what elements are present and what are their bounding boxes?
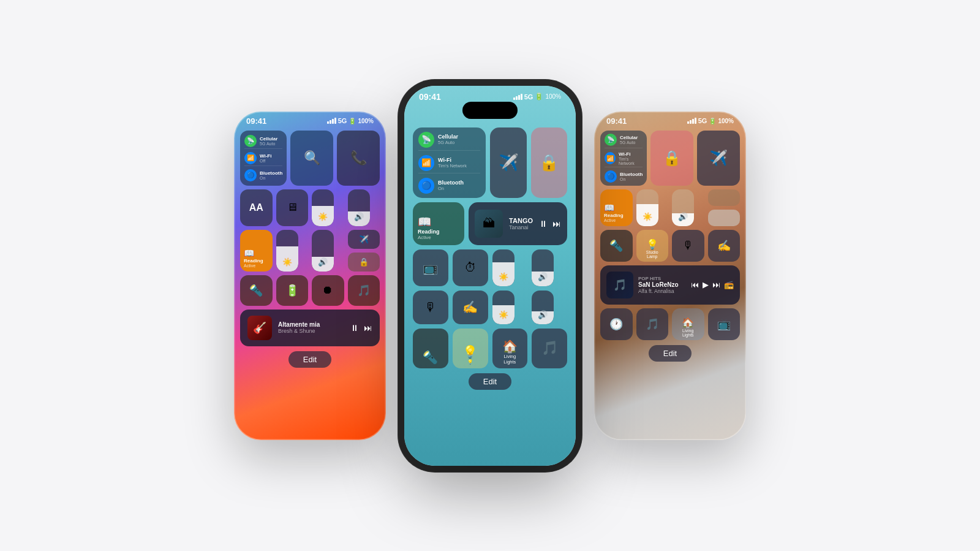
cellular-row-left[interactable]: 📡 Cellular 5G Auto: [244, 134, 282, 149]
screen-mirror-icon: 🖥: [287, 201, 298, 214]
lock-icon-right: 🔒: [663, 150, 681, 167]
voicemail-tile-left[interactable]: 📞: [337, 131, 380, 186]
center-bottom-row: 🎙 ✍️ ☀️ 🔊: [413, 291, 567, 324]
reading-tile-center[interactable]: 📖 Reading Active: [413, 202, 464, 245]
flashlight-center[interactable]: 🔦: [413, 329, 448, 368]
reading-icon-left: 📖: [244, 248, 269, 258]
edit-btn-center[interactable]: Edit: [469, 373, 511, 390]
play-pause-center[interactable]: ⏸: [539, 219, 548, 229]
wifi-icon-center: 📶: [418, 155, 434, 171]
brightness-slider-center[interactable]: ☀️: [492, 249, 514, 286]
shazam-center[interactable]: 🎵: [532, 329, 567, 368]
bt-row-center[interactable]: 🔵 Bluetooth On: [418, 176, 480, 194]
music-player-center[interactable]: 🏔 TANGO Tananai ⏸ ⏭: [469, 202, 567, 245]
recents-tile-right[interactable]: 🕐: [600, 308, 633, 340]
music-art-right: 🎵: [606, 272, 633, 298]
cellular-row-right[interactable]: 📡 Cellular 5G Auto: [605, 134, 643, 148]
edit-btn-right[interactable]: Edit: [649, 345, 692, 362]
flashlight-icon-right: 🔦: [609, 239, 623, 253]
recents-icon-right: 🕐: [609, 317, 623, 331]
signature-right[interactable]: ✍️: [708, 230, 741, 262]
next-track-right[interactable]: ⏭: [712, 280, 720, 289]
airplay-right[interactable]: 📻: [724, 280, 734, 289]
music-player-right[interactable]: 🎵 POP HITS SaN LoReNzo Alfa ft. Annalisa…: [600, 265, 740, 305]
flashlight-tile-right[interactable]: 🔦: [600, 230, 633, 262]
voicemail-icon-left: 📞: [350, 150, 367, 166]
volume-slider-left[interactable]: 🔊: [348, 189, 370, 226]
play-pause-right[interactable]: ▶: [703, 280, 709, 289]
bt-name-left: Bluetooth: [260, 170, 282, 176]
reading-icon-right: 📖: [604, 203, 629, 213]
wifi-row-left[interactable]: 📶 Wi-Fi Off: [244, 151, 282, 166]
volume-large-icon: 🔊: [538, 310, 548, 324]
living-lights-center[interactable]: 🏠 LivingLights: [492, 329, 528, 368]
shazam-tile-right[interactable]: 🎵: [636, 308, 669, 340]
timer-tile-center[interactable]: ⏱: [453, 249, 488, 286]
brightness-large-center[interactable]: ☀️: [492, 291, 514, 324]
r-bar2: [690, 120, 692, 124]
third-row-left: 📖 Reading Active ☀️ 🔊 ✈️: [240, 230, 380, 272]
wifi-text-left: Wi-Fi Off: [260, 153, 271, 163]
cellular-icon-right: 📡: [605, 134, 617, 146]
brightness-icon-right: ☀️: [643, 212, 652, 226]
record-tile-left[interactable]: ⏺: [312, 275, 344, 306]
airplane-tile-left[interactable]: ✈️: [348, 230, 380, 249]
airplane-icon-right: ✈️: [709, 150, 728, 167]
wifi-row-center[interactable]: 📶 Wi-Fi Tim's Network: [418, 153, 480, 173]
brightness-slider-right[interactable]: ☀️: [636, 189, 658, 226]
screen-mirror-tile[interactable]: 🖥: [276, 189, 309, 226]
lock-tile-center[interactable]: 🔒: [531, 127, 568, 198]
fourth-row-left: 🔦 🔋 ⏺ 🎵: [240, 275, 380, 306]
time-left: 09:41: [246, 116, 266, 126]
battery-pct-center: 100%: [545, 93, 561, 100]
lock-tile-right[interactable]: 🔒: [650, 131, 693, 186]
volume-large-center[interactable]: 🔊: [532, 291, 554, 324]
music-art-icon-center: 🏔: [483, 216, 495, 230]
airplane-tile-center[interactable]: ✈️: [490, 127, 527, 198]
reading-tile-left[interactable]: 📖 Reading Active: [240, 230, 273, 272]
brightness-icon-left: ☀️: [318, 212, 328, 226]
search-tile-left[interactable]: 🔍: [290, 131, 333, 186]
wifi-row-right[interactable]: 📶 Wi-Fi Tim's Network: [605, 150, 643, 167]
brightness-slider-left[interactable]: ☀️: [312, 189, 334, 226]
lock-tile-left[interactable]: 🔒: [348, 253, 380, 272]
top-row-left: 📡 Cellular 5G Auto 📶 Wi-Fi Off: [240, 131, 380, 186]
reading-tile-right[interactable]: 📖 Reading Active: [600, 189, 633, 226]
cc-left: 📡 Cellular 5G Auto 📶 Wi-Fi Off: [234, 128, 386, 373]
studio-lamp-right[interactable]: 💡 StudioLamp: [636, 230, 669, 262]
cellular-row-center[interactable]: 📡 Cellular 5G Auto: [418, 132, 480, 151]
screen-mirror-center[interactable]: 📺: [413, 249, 448, 286]
bar2: [330, 120, 331, 124]
conn-block-right: 📡 Cellular 5G Auto 📶 Wi-Fi Tim's Network: [600, 131, 647, 186]
living-lights-right[interactable]: 🏠 LivingLights: [672, 308, 704, 340]
shazam-tile-left[interactable]: 🎵: [348, 275, 380, 306]
volume-slider2-left[interactable]: 🔊: [312, 230, 334, 272]
center-last-row: 🔦 💡 💡 🏠 LivingLights 🎵: [413, 329, 567, 368]
next-track-left[interactable]: ⏭: [364, 323, 372, 333]
sound-rec-tile-center[interactable]: 🎙: [413, 291, 448, 324]
battery2-icon-left: 🔋: [285, 284, 299, 297]
screen-mirror-right[interactable]: 📺: [708, 308, 741, 340]
wifi-text-center: Wi-Fi Tim's Network: [438, 157, 467, 169]
play-pause-left[interactable]: ⏸: [350, 323, 359, 333]
bt-text-left: Bluetooth On: [260, 170, 282, 180]
flashlight-tile-left[interactable]: 🔦: [240, 275, 273, 306]
bt-row-right[interactable]: 🔵 Bluetooth On: [605, 169, 643, 183]
volume-slider-center[interactable]: 🔊: [532, 249, 554, 286]
studio-lamp-center[interactable]: 💡 💡: [453, 329, 488, 368]
next-track-center[interactable]: ⏭: [552, 219, 561, 229]
prev-track-right[interactable]: ⏮: [691, 280, 699, 289]
brightness-slider2-left[interactable]: ☀️: [276, 230, 298, 272]
sound-rec-right[interactable]: 🎙: [672, 230, 704, 262]
music-player-left[interactable]: 🎸 Altamente mia Bresh & Shune ⏸ ⏭: [240, 310, 380, 346]
bt-row-left[interactable]: 🔵 Bluetooth On: [244, 168, 282, 183]
text-size-icon: AA: [249, 202, 263, 213]
airplane-tile-right[interactable]: ✈️: [697, 131, 740, 186]
battery-tile-left[interactable]: 🔋: [276, 275, 309, 306]
volume-slider-right[interactable]: 🔊: [672, 189, 694, 226]
music-category-right: POP HITS: [638, 276, 686, 281]
text-size-tile[interactable]: AA: [240, 189, 273, 226]
c-bar2: [516, 96, 518, 100]
signature-tile-center[interactable]: ✍️: [453, 291, 488, 324]
edit-btn-left[interactable]: Edit: [288, 351, 331, 368]
